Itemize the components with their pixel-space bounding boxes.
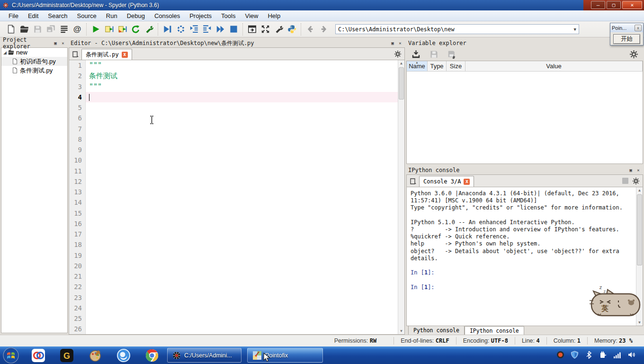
line-number[interactable]: 17 bbox=[69, 229, 85, 239]
palette-app-icon[interactable] bbox=[86, 348, 105, 363]
stop-debug-icon[interactable] bbox=[227, 23, 240, 36]
bottom-tab-python-console[interactable]: Python console bbox=[408, 326, 465, 335]
code-line[interactable] bbox=[86, 187, 398, 197]
browse-tabs-icon[interactable] bbox=[408, 176, 419, 187]
debug-file-icon[interactable] bbox=[161, 23, 174, 36]
code-line[interactable] bbox=[86, 282, 398, 292]
editor-tab[interactable]: 条件测试.py x bbox=[81, 49, 132, 60]
line-number[interactable]: 11 bbox=[69, 166, 85, 176]
variables-table[interactable]: ▲NameTypeSizeValue bbox=[406, 61, 643, 164]
scroll-up-icon[interactable]: ▲ bbox=[636, 187, 643, 193]
bluetooth-icon[interactable] bbox=[585, 351, 593, 360]
browser-app-icon[interactable] bbox=[114, 348, 133, 363]
scrollbar-thumb[interactable] bbox=[637, 194, 642, 265]
taskbar-button-spyder[interactable]: C:/Users/Admini... bbox=[167, 348, 242, 363]
bottom-tab-ipython-console[interactable]: IPython console bbox=[465, 326, 524, 335]
taskbar-button-pointofix[interactable]: Pointofix bbox=[247, 348, 323, 363]
tools-icon[interactable] bbox=[272, 23, 285, 36]
step-return-icon[interactable] bbox=[200, 23, 214, 36]
close-panel-icon[interactable]: ✕ bbox=[60, 40, 66, 46]
menu-view[interactable]: View bbox=[240, 11, 263, 21]
close-button[interactable]: ✕ bbox=[622, 1, 642, 9]
record-icon[interactable] bbox=[556, 351, 564, 360]
close-panel-icon[interactable]: ✕ bbox=[397, 40, 403, 46]
code-line[interactable] bbox=[86, 218, 398, 229]
scroll-up-icon[interactable]: ▲ bbox=[398, 60, 404, 66]
configure-icon[interactable] bbox=[142, 23, 155, 36]
column-header-name[interactable]: ▲Name bbox=[407, 61, 428, 71]
maximize-button[interactable]: ▢ bbox=[607, 1, 621, 9]
chrome-icon[interactable] bbox=[143, 348, 161, 363]
line-number[interactable]: 3 bbox=[69, 82, 85, 92]
interrupt-kernel-icon[interactable] bbox=[622, 178, 628, 184]
line-number[interactable]: 2 bbox=[69, 71, 85, 81]
line-number[interactable]: 1 bbox=[69, 60, 85, 71]
menu-run[interactable]: Run bbox=[101, 11, 122, 21]
line-number[interactable]: 10 bbox=[69, 155, 85, 165]
code-line[interactable] bbox=[86, 239, 398, 250]
forward-icon[interactable] bbox=[317, 23, 330, 36]
line-number[interactable]: 22 bbox=[69, 282, 85, 292]
code-line[interactable] bbox=[86, 166, 398, 176]
menu-help[interactable]: Help bbox=[263, 11, 285, 21]
menu-edit[interactable]: Edit bbox=[23, 11, 43, 21]
line-number[interactable]: 19 bbox=[69, 250, 85, 261]
line-number[interactable]: 18 bbox=[69, 239, 85, 250]
run-cell-advance-icon[interactable] bbox=[116, 23, 129, 36]
line-number[interactable]: 7 bbox=[69, 124, 85, 134]
python-path-icon[interactable] bbox=[285, 23, 298, 36]
rerun-cell-icon[interactable] bbox=[129, 23, 142, 36]
project-file[interactable]: 条件测试.py bbox=[1, 66, 67, 75]
code-line[interactable] bbox=[86, 197, 398, 208]
line-number[interactable]: 25 bbox=[69, 313, 85, 324]
line-number[interactable]: 16 bbox=[69, 218, 85, 229]
maximize-pane-icon[interactable] bbox=[245, 23, 259, 36]
pointofix-close-icon[interactable]: x bbox=[635, 25, 642, 31]
scroll-down-icon[interactable]: ▼ bbox=[636, 319, 643, 326]
file-switcher-icon[interactable] bbox=[57, 23, 71, 36]
close-tab-icon[interactable]: x bbox=[464, 179, 470, 185]
scroll-down-icon[interactable]: ▼ bbox=[398, 328, 404, 334]
volume-icon[interactable] bbox=[627, 351, 635, 360]
run-icon[interactable] bbox=[89, 23, 102, 36]
code-line[interactable] bbox=[86, 271, 398, 282]
pointofix-titlebar[interactable]: Poin... x bbox=[610, 23, 643, 32]
import-data-icon[interactable] bbox=[409, 48, 422, 60]
open-file-icon[interactable] bbox=[18, 23, 31, 36]
code-line[interactable] bbox=[86, 92, 398, 102]
power-plug-icon[interactable] bbox=[599, 351, 607, 360]
code-line[interactable] bbox=[86, 324, 398, 334]
project-file[interactable]: 初识if语句.py bbox=[1, 57, 67, 66]
save-icon[interactable] bbox=[31, 23, 44, 36]
expand-arrow-icon[interactable]: ◢ bbox=[3, 50, 8, 55]
line-number[interactable]: 24 bbox=[69, 303, 85, 313]
close-tab-icon[interactable]: x bbox=[122, 52, 128, 58]
line-number[interactable]: 6 bbox=[69, 113, 85, 123]
line-number[interactable]: 20 bbox=[69, 261, 85, 271]
save-all-icon[interactable] bbox=[44, 23, 57, 36]
undock-icon[interactable]: ▣ bbox=[390, 40, 395, 46]
code-line[interactable] bbox=[86, 176, 398, 187]
console-prompt[interactable]: In [1]: bbox=[407, 269, 643, 276]
menu-debug[interactable]: Debug bbox=[122, 11, 150, 21]
console-options-gear-icon[interactable] bbox=[632, 177, 640, 185]
continue-icon[interactable] bbox=[214, 23, 227, 36]
network-signal-icon[interactable] bbox=[613, 351, 621, 360]
undock-icon[interactable]: ▣ bbox=[628, 167, 634, 173]
line-number[interactable]: 13 bbox=[69, 187, 85, 197]
code-line[interactable] bbox=[86, 261, 398, 271]
column-header-type[interactable]: Type bbox=[428, 61, 447, 71]
back-icon[interactable] bbox=[304, 23, 317, 36]
working-directory-combo[interactable]: C:\Users\Administrator\Desktop\new▼ bbox=[335, 24, 579, 34]
code-line[interactable] bbox=[86, 134, 398, 145]
column-header-size[interactable]: Size bbox=[447, 61, 465, 71]
close-panel-icon[interactable]: ✕ bbox=[635, 167, 641, 173]
line-number[interactable]: 14 bbox=[69, 197, 85, 208]
fullscreen-icon[interactable] bbox=[259, 23, 272, 36]
code-line[interactable] bbox=[86, 313, 398, 324]
step-icon[interactable] bbox=[174, 23, 187, 36]
line-number-gutter[interactable]: 1234567891011121314151617181920212223242… bbox=[69, 60, 86, 334]
code-line[interactable] bbox=[86, 124, 398, 134]
code-line[interactable] bbox=[86, 292, 398, 303]
console-tab[interactable]: Console 3/A x bbox=[419, 176, 474, 187]
